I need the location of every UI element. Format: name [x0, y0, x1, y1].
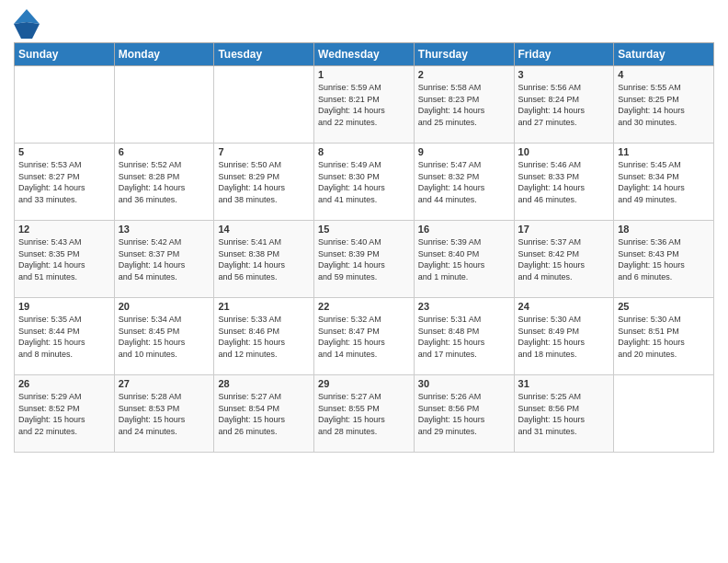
day-cell: 10Sunrise: 5:46 AM Sunset: 8:33 PM Dayli…	[514, 144, 614, 221]
day-number: 15	[318, 224, 410, 235]
days-header-row: SundayMondayTuesdayWednesdayThursdayFrid…	[15, 43, 714, 66]
day-header-sunday: Sunday	[15, 43, 115, 66]
logo	[14, 9, 42, 35]
day-number: 11	[618, 146, 710, 157]
day-cell: 12Sunrise: 5:43 AM Sunset: 8:35 PM Dayli…	[15, 221, 115, 298]
day-number: 25	[618, 301, 710, 312]
day-info: Sunrise: 5:28 AM Sunset: 8:53 PM Dayligh…	[119, 391, 210, 437]
logo-icon	[14, 9, 40, 35]
day-number: 13	[119, 224, 210, 235]
day-cell: 29Sunrise: 5:27 AM Sunset: 8:55 PM Dayli…	[314, 375, 415, 453]
day-number: 23	[418, 301, 510, 312]
day-number: 9	[418, 146, 510, 157]
day-cell: 1Sunrise: 5:59 AM Sunset: 8:21 PM Daylig…	[314, 66, 415, 144]
day-cell: 25Sunrise: 5:30 AM Sunset: 8:51 PM Dayli…	[614, 298, 714, 375]
day-cell: 19Sunrise: 5:35 AM Sunset: 8:44 PM Dayli…	[15, 298, 115, 375]
day-header-wednesday: Wednesday	[314, 43, 415, 66]
day-number: 4	[618, 69, 710, 80]
day-info: Sunrise: 5:40 AM Sunset: 8:39 PM Dayligh…	[318, 236, 410, 282]
day-cell: 21Sunrise: 5:33 AM Sunset: 8:46 PM Dayli…	[214, 298, 314, 375]
day-number: 14	[218, 224, 310, 235]
day-info: Sunrise: 5:34 AM Sunset: 8:45 PM Dayligh…	[119, 314, 210, 360]
day-number: 7	[218, 146, 310, 157]
day-info: Sunrise: 5:49 AM Sunset: 8:30 PM Dayligh…	[318, 159, 410, 205]
day-cell	[15, 66, 115, 144]
day-cell: 7Sunrise: 5:50 AM Sunset: 8:29 PM Daylig…	[214, 144, 314, 221]
day-cell: 24Sunrise: 5:30 AM Sunset: 8:49 PM Dayli…	[514, 298, 614, 375]
day-info: Sunrise: 5:39 AM Sunset: 8:40 PM Dayligh…	[418, 236, 510, 282]
day-info: Sunrise: 5:32 AM Sunset: 8:47 PM Dayligh…	[318, 314, 410, 360]
day-cell: 22Sunrise: 5:32 AM Sunset: 8:47 PM Dayli…	[314, 298, 415, 375]
day-info: Sunrise: 5:56 AM Sunset: 8:24 PM Dayligh…	[518, 82, 610, 128]
day-info: Sunrise: 5:53 AM Sunset: 8:27 PM Dayligh…	[18, 159, 110, 205]
day-number: 10	[518, 146, 610, 157]
calendar-table: SundayMondayTuesdayWednesdayThursdayFrid…	[14, 42, 714, 453]
day-info: Sunrise: 5:26 AM Sunset: 8:56 PM Dayligh…	[418, 391, 510, 437]
day-info: Sunrise: 5:47 AM Sunset: 8:32 PM Dayligh…	[418, 159, 510, 205]
day-number: 6	[119, 146, 210, 157]
week-row-1: 1Sunrise: 5:59 AM Sunset: 8:21 PM Daylig…	[15, 66, 714, 144]
day-cell: 9Sunrise: 5:47 AM Sunset: 8:32 PM Daylig…	[414, 144, 514, 221]
day-cell: 31Sunrise: 5:25 AM Sunset: 8:56 PM Dayli…	[514, 375, 614, 453]
day-info: Sunrise: 5:58 AM Sunset: 8:23 PM Dayligh…	[418, 82, 510, 128]
day-info: Sunrise: 5:31 AM Sunset: 8:48 PM Dayligh…	[418, 314, 510, 360]
svg-marker-0	[14, 9, 40, 24]
day-info: Sunrise: 5:33 AM Sunset: 8:46 PM Dayligh…	[218, 314, 310, 360]
day-cell: 18Sunrise: 5:36 AM Sunset: 8:43 PM Dayli…	[614, 221, 714, 298]
day-info: Sunrise: 5:30 AM Sunset: 8:49 PM Dayligh…	[518, 314, 610, 360]
week-row-3: 12Sunrise: 5:43 AM Sunset: 8:35 PM Dayli…	[15, 221, 714, 298]
svg-marker-1	[14, 22, 40, 39]
header	[14, 9, 714, 35]
day-number: 8	[318, 146, 410, 157]
day-cell	[614, 375, 714, 453]
day-number: 21	[218, 301, 310, 312]
day-number: 1	[318, 69, 410, 80]
day-number: 22	[318, 301, 410, 312]
day-cell: 14Sunrise: 5:41 AM Sunset: 8:38 PM Dayli…	[214, 221, 314, 298]
day-number: 17	[518, 224, 610, 235]
day-cell: 26Sunrise: 5:29 AM Sunset: 8:52 PM Dayli…	[15, 375, 115, 453]
day-number: 19	[18, 301, 110, 312]
day-cell: 20Sunrise: 5:34 AM Sunset: 8:45 PM Dayli…	[114, 298, 214, 375]
day-info: Sunrise: 5:36 AM Sunset: 8:43 PM Dayligh…	[618, 236, 710, 282]
day-number: 26	[18, 378, 110, 389]
day-header-saturday: Saturday	[614, 43, 714, 66]
day-cell: 13Sunrise: 5:42 AM Sunset: 8:37 PM Dayli…	[114, 221, 214, 298]
day-number: 5	[18, 146, 110, 157]
day-cell: 27Sunrise: 5:28 AM Sunset: 8:53 PM Dayli…	[114, 375, 214, 453]
day-info: Sunrise: 5:45 AM Sunset: 8:34 PM Dayligh…	[618, 159, 710, 205]
day-number: 3	[518, 69, 610, 80]
day-info: Sunrise: 5:37 AM Sunset: 8:42 PM Dayligh…	[518, 236, 610, 282]
day-number: 28	[218, 378, 310, 389]
day-cell	[114, 66, 214, 144]
day-info: Sunrise: 5:41 AM Sunset: 8:38 PM Dayligh…	[218, 236, 310, 282]
day-cell: 30Sunrise: 5:26 AM Sunset: 8:56 PM Dayli…	[414, 375, 514, 453]
day-number: 2	[418, 69, 510, 80]
calendar-page: SundayMondayTuesdayWednesdayThursdayFrid…	[0, 0, 728, 563]
day-number: 31	[518, 378, 610, 389]
day-info: Sunrise: 5:30 AM Sunset: 8:51 PM Dayligh…	[618, 314, 710, 360]
day-number: 29	[318, 378, 410, 389]
day-cell: 8Sunrise: 5:49 AM Sunset: 8:30 PM Daylig…	[314, 144, 415, 221]
day-header-tuesday: Tuesday	[214, 43, 314, 66]
day-number: 16	[418, 224, 510, 235]
day-cell: 5Sunrise: 5:53 AM Sunset: 8:27 PM Daylig…	[15, 144, 115, 221]
day-info: Sunrise: 5:29 AM Sunset: 8:52 PM Dayligh…	[18, 391, 110, 437]
day-cell: 17Sunrise: 5:37 AM Sunset: 8:42 PM Dayli…	[514, 221, 614, 298]
day-number: 24	[518, 301, 610, 312]
day-info: Sunrise: 5:55 AM Sunset: 8:25 PM Dayligh…	[618, 82, 710, 128]
day-info: Sunrise: 5:25 AM Sunset: 8:56 PM Dayligh…	[518, 391, 610, 437]
day-cell	[214, 66, 314, 144]
day-info: Sunrise: 5:52 AM Sunset: 8:28 PM Dayligh…	[119, 159, 210, 205]
day-cell: 3Sunrise: 5:56 AM Sunset: 8:24 PM Daylig…	[514, 66, 614, 144]
day-info: Sunrise: 5:42 AM Sunset: 8:37 PM Dayligh…	[119, 236, 210, 282]
day-cell: 23Sunrise: 5:31 AM Sunset: 8:48 PM Dayli…	[414, 298, 514, 375]
week-row-5: 26Sunrise: 5:29 AM Sunset: 8:52 PM Dayli…	[15, 375, 714, 453]
day-cell: 2Sunrise: 5:58 AM Sunset: 8:23 PM Daylig…	[414, 66, 514, 144]
day-info: Sunrise: 5:27 AM Sunset: 8:54 PM Dayligh…	[218, 391, 310, 437]
day-header-monday: Monday	[114, 43, 214, 66]
day-number: 20	[119, 301, 210, 312]
day-number: 30	[418, 378, 510, 389]
day-info: Sunrise: 5:59 AM Sunset: 8:21 PM Dayligh…	[318, 82, 410, 128]
week-row-2: 5Sunrise: 5:53 AM Sunset: 8:27 PM Daylig…	[15, 144, 714, 221]
